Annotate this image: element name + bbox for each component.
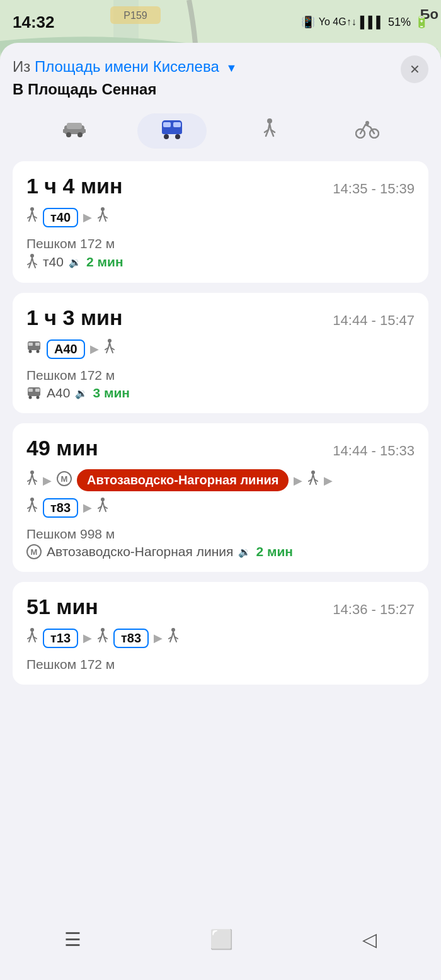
car-icon <box>63 120 86 142</box>
walk-step-icon-6 <box>26 498 38 518</box>
signal-icon-1: 🔉 <box>69 256 81 268</box>
route-3-transit: М Автозаводско-Нагорная линия 🔉 2 мин <box>26 544 415 559</box>
route-1-detail: Пешком 172 м т40 🔉 2 мин <box>26 236 415 270</box>
route-3-duration: 49 мин <box>26 436 98 460</box>
svg-text:М: М <box>31 547 38 557</box>
route-card-2-header: 1 ч 3 мин 14:44 - 15:47 <box>26 305 415 330</box>
route-4-badge-t83: т83 <box>113 629 149 648</box>
route-2-transit-name: А40 <box>47 385 70 401</box>
from-label: Из <box>13 58 30 75</box>
route-header: Из Площадь имени Киселева ▼ В Площадь Се… <box>13 58 428 98</box>
route-2-badge-a40: А40 <box>47 339 85 359</box>
svg-rect-9 <box>83 129 86 133</box>
route-4-times: 14:36 - 15:27 <box>333 601 415 618</box>
svg-point-6 <box>66 132 71 137</box>
route-1-times: 14:35 - 15:39 <box>333 181 415 197</box>
route-card-1-header: 1 ч 4 мин 14:35 - 15:39 <box>26 174 415 198</box>
bus-icon <box>160 119 184 144</box>
walk-step-icon-7 <box>97 498 108 518</box>
walk-step-icon-3 <box>104 339 115 359</box>
home-nav-button[interactable]: ⬜ <box>210 928 233 950</box>
route-3-badge-metro-line: Автозаводско-Нагорная линия <box>77 469 289 491</box>
svg-rect-5 <box>67 123 82 129</box>
svg-text:М: М <box>61 474 68 484</box>
svg-rect-11 <box>163 122 171 127</box>
wifi-icon: ▌▌▌ <box>360 16 384 29</box>
svg-rect-13 <box>162 130 182 134</box>
route-2-duration: 1 ч 3 мин <box>26 305 123 330</box>
route-1-walk-dist: Пешком 172 м <box>26 236 415 251</box>
walk-icon <box>262 118 277 144</box>
svg-point-19 <box>365 121 369 125</box>
route-1-transit: т40 🔉 2 мин <box>26 254 415 270</box>
arrow-icon-6: ▶ <box>83 501 92 515</box>
route-3-times: 14:44 - 15:33 <box>333 443 415 459</box>
tab-bus[interactable] <box>137 113 207 149</box>
tab-bike[interactable] <box>333 113 402 149</box>
route-2-steps: А40 ▶ <box>26 339 415 359</box>
route-card-2[interactable]: 1 ч 3 мин 14:44 - 15:47 А40 ▶ Пешком 172… <box>13 293 428 413</box>
route-3-badge-t83: т83 <box>43 498 78 518</box>
route-card-4-header: 51 мин 14:36 - 15:27 <box>26 595 415 619</box>
transport-tabs <box>13 113 428 149</box>
arrow-icon-2: ▶ <box>90 342 99 356</box>
svg-point-27 <box>37 350 40 353</box>
close-button[interactable]: ✕ <box>401 55 428 83</box>
status-time: 14:32 <box>13 13 55 32</box>
route-3-steps-row2: т83 ▶ <box>26 498 415 518</box>
signal-icon: Yo 4G↑↓ <box>319 16 357 28</box>
close-icon: ✕ <box>410 62 420 77</box>
route-2-wait-time: 3 мин <box>93 385 130 401</box>
route-1-steps: т40 ▶ <box>26 207 415 227</box>
to-label: В <box>13 81 23 98</box>
route-1-badge-t40: т40 <box>43 208 78 227</box>
bottom-nav: ☰ ⬜ ◁ <box>0 911 441 980</box>
from-place[interactable]: Площадь имени Киселева <box>35 58 219 75</box>
arrow-icon-4: ▶ <box>294 474 302 487</box>
svg-rect-24 <box>28 343 33 346</box>
signal-icon-3: 🔉 <box>238 546 251 558</box>
battery-text: 51% <box>388 16 411 29</box>
bus-step-icon <box>26 341 42 357</box>
tab-car[interactable] <box>40 113 109 149</box>
svg-point-33 <box>37 396 40 399</box>
svg-rect-25 <box>35 343 40 346</box>
walk-step-icon-4 <box>26 470 38 491</box>
route-2-transit: А40 🔉 3 мин <box>26 385 415 401</box>
arrow-icon-8: ▶ <box>154 631 163 645</box>
to-place: Площадь Сенная <box>28 81 156 98</box>
tab-walk[interactable] <box>235 113 304 149</box>
route-4-walk-dist: Пешком 172 м <box>26 657 415 672</box>
route-2-times: 14:44 - 15:47 <box>333 312 415 329</box>
svg-point-32 <box>29 396 32 399</box>
arrow-icon-7: ▶ <box>83 631 92 645</box>
menu-nav-button[interactable]: ☰ <box>64 928 81 950</box>
route-3-wait-time: 2 мин <box>256 544 293 559</box>
route-1-wait-time: 2 мин <box>86 254 123 270</box>
route-4-duration: 51 мин <box>26 595 98 619</box>
to-line: В Площадь Сенная <box>13 81 391 98</box>
walk-step-icon <box>26 207 38 227</box>
route-card-3-header: 49 мин 14:44 - 15:33 <box>26 436 415 460</box>
walk-step-icon-9 <box>97 628 108 648</box>
battery-icon: 🔋 <box>415 15 428 29</box>
arrow-icon: ▶ <box>83 210 92 224</box>
route-card-3[interactable]: 49 мин 14:44 - 15:33 ▶ М Автозаводско-На… <box>13 423 428 572</box>
from-line: Из Площадь имени Киселева ▼ <box>13 58 391 76</box>
svg-point-26 <box>29 350 32 353</box>
route-2-walk-dist: Пешком 172 м <box>26 368 415 383</box>
signal-icon-2: 🔉 <box>75 387 88 399</box>
route-3-steps-row1: ▶ М Автозаводско-Нагорная линия ▶ ▶ <box>26 469 415 491</box>
route-4-badge-t13: т13 <box>43 629 78 648</box>
arrow-icon-3: ▶ <box>43 474 52 487</box>
route-card-1[interactable]: 1 ч 4 мин 14:35 - 15:39 т40 ▶ Пешком 172… <box>13 161 428 283</box>
walk-step-icon-5 <box>307 470 319 491</box>
route-card-4[interactable]: 51 мин 14:36 - 15:27 т13 ▶ т83 ▶ Пешком … <box>13 582 428 685</box>
dropdown-arrow-icon[interactable]: ▼ <box>226 62 237 74</box>
svg-rect-31 <box>35 389 40 392</box>
route-3-transit-name: Автозаводско-Нагорная линия <box>47 544 233 559</box>
route-1-transit-name: т40 <box>43 254 64 270</box>
svg-rect-8 <box>63 129 66 133</box>
metro-step-icon: М <box>57 471 72 490</box>
back-nav-button[interactable]: ◁ <box>362 928 377 950</box>
